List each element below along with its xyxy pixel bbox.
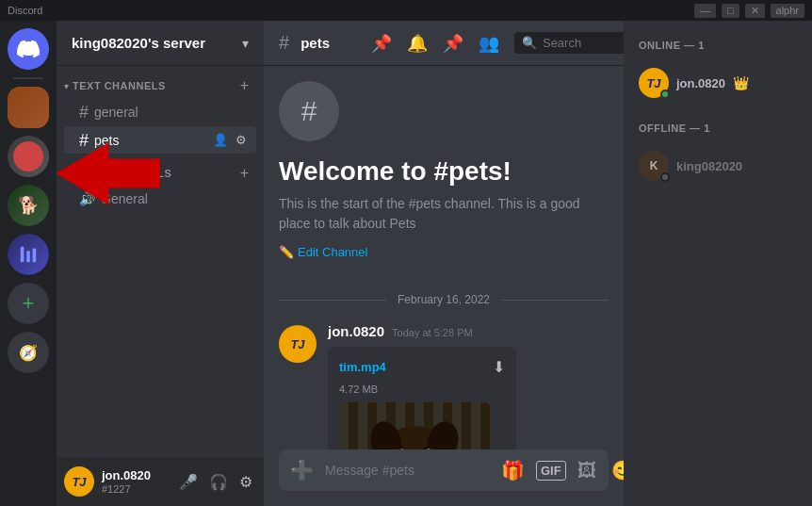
member-item-jon[interactable]: TJ jon.0820 👑 — [631, 62, 804, 104]
server-list: 🐕 + 🧭 — [0, 21, 57, 506]
channel-item-pets[interactable]: # pets 👤 ⚙ — [64, 126, 256, 154]
welcome-title: Welcome to #pets! — [279, 156, 609, 187]
chat-channel-name: pets — [300, 35, 330, 51]
server-icon-2[interactable] — [8, 136, 49, 177]
online-status-indicator — [660, 90, 670, 99]
sidebar: king082020's server ▾ ▾ TEXT CHANNELS + … — [57, 21, 264, 506]
svg-rect-1 — [26, 251, 30, 262]
bell-icon[interactable]: 🔔 — [407, 33, 428, 54]
file-size: 4.72 MB — [339, 384, 505, 395]
add-text-channel-btn[interactable]: + — [240, 77, 249, 94]
message-input[interactable] — [325, 463, 490, 478]
channel-name-pets: pets — [94, 133, 205, 148]
file-name: tim.mp4 — [339, 360, 386, 374]
date-separator-text: February 16, 2022 — [398, 293, 490, 306]
add-voice-channel-btn[interactable]: + — [240, 165, 249, 182]
invite-member-icon[interactable]: 👤 — [211, 131, 230, 149]
voice-section-chevron: ▾ — [64, 169, 69, 179]
app-container: 🐕 + 🧭 king082020's server ▾ — [0, 21, 812, 506]
download-icon[interactable]: ⬇ — [493, 358, 505, 376]
member-initials-jon: TJ — [646, 76, 660, 90]
message-input-bar: ➕ 🎁 GIF 🖼 😊 — [279, 449, 609, 491]
file-thumbnail — [339, 402, 490, 449]
microphone-icon[interactable]: 🎤 — [175, 471, 202, 493]
text-section-chevron: ▾ — [64, 81, 69, 91]
online-section-header: ONLINE — 1 — [631, 36, 804, 55]
svg-rect-12 — [471, 402, 480, 449]
edit-channel-button[interactable]: ✏️ Edit Channel — [279, 245, 367, 259]
message: TJ jon.0820 Today at 5:28 PM tim.mp4 ⬇ 4… — [279, 321, 609, 449]
date-sep-line-left — [279, 300, 386, 301]
sticker-icon[interactable]: 🖼 — [574, 456, 600, 485]
user-settings-icon[interactable]: ⚙ — [235, 471, 256, 493]
titlebar: Discord — □ ✕ alphr — [0, 0, 812, 21]
member-item-king[interactable]: K king082020 — [631, 145, 804, 187]
pets-channel-actions: 👤 ⚙ — [211, 131, 249, 149]
server-name: king082020's server — [72, 35, 205, 51]
text-channels-section: ▾ TEXT CHANNELS + # general # pets 👤 — [57, 73, 264, 154]
server-icon-1[interactable] — [8, 87, 49, 128]
chat-content: # Welcome to #pets! This is the start of… — [264, 66, 624, 449]
search-icon: 🔍 — [522, 36, 537, 50]
offline-section-header: OFFLINE — 1 — [631, 119, 804, 138]
svg-rect-0 — [21, 247, 24, 263]
close-btn[interactable]: ✕ — [745, 4, 765, 18]
add-attachment-icon[interactable]: ➕ — [286, 455, 317, 485]
chat-hash-icon: # — [279, 32, 289, 54]
members-list: ONLINE — 1 TJ jon.0820 👑 OFFLINE — 1 K k… — [624, 21, 812, 506]
chat-header-icons: 📌 🔔 📌 👥 🔍 📥 ❓ — [371, 32, 624, 54]
channel-hash-icon: # — [79, 104, 89, 121]
gif-icon[interactable]: GIF — [536, 461, 566, 481]
edit-channel-label: Edit Channel — [298, 245, 367, 259]
maximize-btn[interactable]: □ — [722, 4, 739, 18]
member-initials-king: K — [650, 159, 658, 172]
current-user-avatar: TJ — [64, 466, 94, 497]
text-channels-header[interactable]: ▾ TEXT CHANNELS + — [57, 73, 264, 98]
message-timestamp: Today at 5:28 PM — [392, 327, 473, 338]
voice-channels-header[interactable]: ▾ VOICE CHANNELS + — [57, 161, 264, 186]
channel-welcome-icon: # — [279, 81, 339, 141]
pin-icon[interactable]: 📌 — [371, 33, 392, 54]
server-icon-explore[interactable]: 🧭 — [8, 332, 49, 373]
server-header[interactable]: king082020's server ▾ — [57, 21, 264, 66]
member-name-jon: jon.0820 — [676, 76, 725, 90]
date-sep-line-right — [501, 300, 609, 301]
channel-item-general[interactable]: # general — [64, 99, 256, 125]
welcome-hash: # — [301, 95, 317, 127]
chat-header: # pets This is a good pl... 📌 🔔 📌 👥 🔍 📥 … — [264, 21, 624, 66]
minimize-btn[interactable]: — — [694, 4, 716, 18]
search-bar[interactable]: 🔍 — [514, 32, 624, 54]
gift-icon[interactable]: 🎁 — [497, 455, 528, 485]
server-icon-discord[interactable] — [8, 28, 49, 70]
message-author-avatar[interactable]: TJ — [279, 325, 317, 363]
current-user-discriminator: #1227 — [102, 483, 168, 495]
app-title: Discord — [8, 5, 42, 16]
voice-channels-section: ▾ VOICE CHANNELS + 🔊 General — [57, 161, 264, 211]
headset-icon[interactable]: 🎧 — [205, 471, 232, 493]
members-icon[interactable]: 👥 — [479, 33, 499, 54]
channel-hash-icon-pets: # — [79, 132, 89, 149]
svg-rect-5 — [339, 402, 349, 449]
message-author-name: jon.0820 — [328, 323, 384, 339]
user-panel: TJ jon.0820 #1227 🎤 🎧 ⚙ — [57, 457, 264, 506]
message-header: jon.0820 Today at 5:28 PM — [328, 323, 609, 339]
voice-channel-name: General — [101, 191, 148, 206]
server-icon-add[interactable]: + — [8, 283, 49, 324]
server-icon-4[interactable] — [8, 234, 49, 275]
brand-label: alphr — [771, 4, 804, 18]
member-avatar-king: K — [639, 151, 669, 181]
svg-rect-6 — [358, 402, 367, 449]
message-content: jon.0820 Today at 5:28 PM tim.mp4 ⬇ 4.72… — [328, 323, 609, 449]
emoji-icon[interactable]: 😊 — [608, 455, 624, 485]
file-attachment: tim.mp4 ⬇ 4.72 MB — [328, 347, 516, 449]
member-name-king: king082020 — [676, 159, 742, 173]
voice-channel-general[interactable]: 🔊 General — [64, 187, 256, 211]
channel-settings-icon[interactable]: ⚙ — [234, 131, 249, 149]
pin2-icon[interactable]: 📌 — [443, 33, 463, 54]
server-icon-3[interactable]: 🐕 — [8, 185, 49, 226]
dog-image — [339, 402, 490, 449]
pencil-icon: ✏️ — [279, 245, 294, 259]
user-controls: 🎤 🎧 ⚙ — [175, 471, 256, 493]
search-input[interactable] — [543, 36, 624, 50]
voice-channels-label: VOICE CHANNELS — [73, 168, 171, 179]
